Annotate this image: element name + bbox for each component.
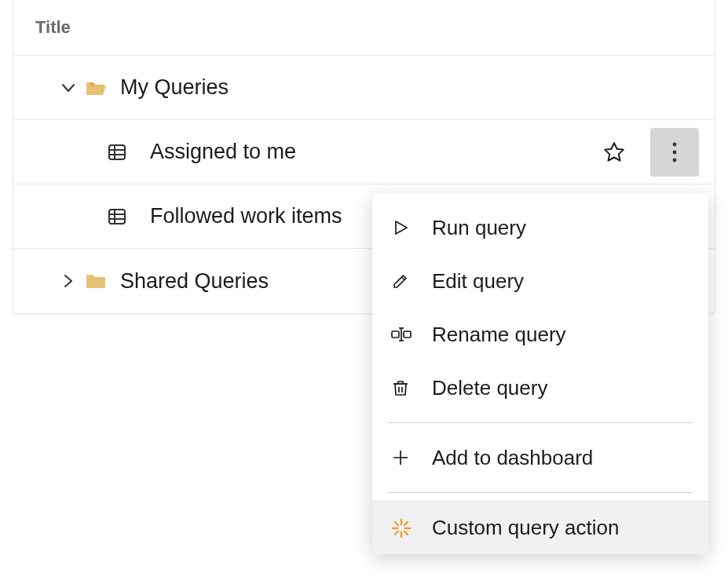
tree-folder-my-queries[interactable]: My Queries bbox=[13, 56, 715, 120]
query-label: Assigned to me bbox=[150, 140, 597, 164]
menu-item-label: Delete query bbox=[432, 376, 547, 400]
menu-item-label: Custom query action bbox=[432, 516, 619, 540]
chevron-down-icon bbox=[59, 78, 78, 97]
column-title: Title bbox=[35, 17, 71, 38]
menu-item-custom-query-action[interactable]: Custom query action bbox=[372, 501, 708, 554]
plus-icon bbox=[391, 448, 410, 467]
menu-item-label: Rename query bbox=[432, 323, 566, 347]
rename-icon bbox=[391, 325, 412, 344]
svg-rect-7 bbox=[109, 210, 125, 224]
svg-line-11 bbox=[402, 277, 405, 280]
query-list-icon bbox=[108, 207, 126, 226]
pencil-icon bbox=[391, 272, 410, 290]
chevron-right-icon bbox=[59, 272, 78, 290]
star-outline-icon bbox=[602, 141, 626, 164]
burst-icon bbox=[391, 518, 412, 538]
menu-item-rename-query[interactable]: Rename query bbox=[372, 308, 708, 361]
svg-line-29 bbox=[395, 531, 398, 535]
svg-point-5 bbox=[673, 150, 677, 154]
favorite-button[interactable] bbox=[597, 135, 631, 170]
folder-open-icon bbox=[86, 79, 106, 97]
menu-separator bbox=[388, 422, 693, 423]
more-actions-button[interactable] bbox=[650, 128, 699, 177]
menu-item-add-to-dashboard[interactable]: Add to dashboard bbox=[372, 431, 708, 484]
folder-label: My Queries bbox=[120, 75, 702, 100]
trash-icon bbox=[391, 378, 410, 397]
svg-rect-13 bbox=[404, 331, 411, 338]
menu-separator bbox=[388, 492, 693, 493]
column-header-row: Title bbox=[13, 0, 715, 56]
svg-rect-0 bbox=[109, 145, 125, 159]
menu-item-label: Edit query bbox=[432, 269, 524, 294]
svg-point-4 bbox=[673, 142, 677, 146]
folder-icon bbox=[86, 272, 106, 290]
svg-line-27 bbox=[404, 531, 408, 535]
svg-line-26 bbox=[395, 522, 398, 525]
menu-item-label: Add to dashboard bbox=[432, 446, 593, 470]
menu-item-delete-query[interactable]: Delete query bbox=[372, 361, 708, 414]
expand-toggle[interactable] bbox=[51, 78, 86, 97]
tree-item-assigned-to-me[interactable]: Assigned to me bbox=[13, 120, 715, 184]
svg-point-6 bbox=[673, 158, 677, 162]
expand-toggle[interactable] bbox=[51, 272, 86, 290]
context-menu: Run query Edit query Rename query bbox=[372, 193, 708, 554]
query-list-icon bbox=[108, 143, 126, 162]
menu-item-label: Run query bbox=[432, 216, 526, 240]
menu-item-edit-query[interactable]: Edit query bbox=[372, 254, 708, 308]
play-icon bbox=[391, 218, 410, 237]
more-vertical-icon bbox=[672, 141, 677, 163]
menu-item-run-query[interactable]: Run query bbox=[372, 201, 708, 254]
svg-line-28 bbox=[404, 522, 408, 525]
svg-rect-12 bbox=[392, 331, 399, 338]
